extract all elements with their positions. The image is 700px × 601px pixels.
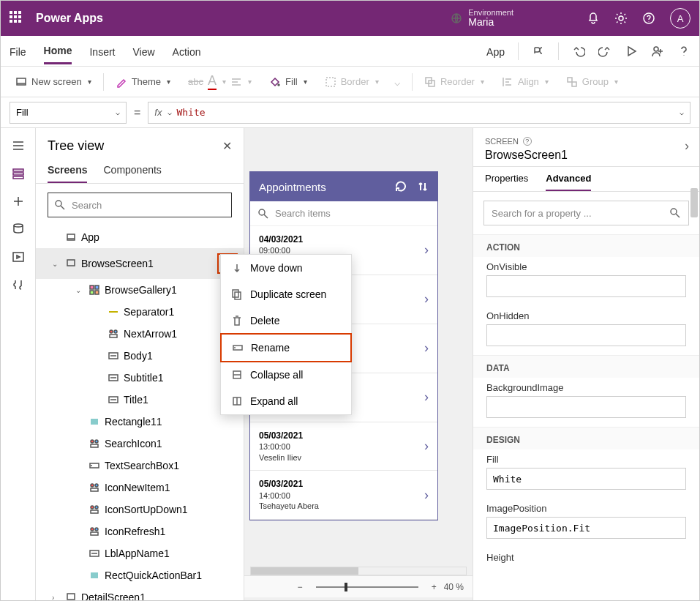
- list-item[interactable]: 05/03/202114:00:00Tsehayetu Abera›: [250, 471, 437, 520]
- cm-icon: [231, 369, 243, 381]
- gear-icon[interactable]: [614, 12, 628, 25]
- svg-rect-6: [326, 78, 335, 86]
- screen-icon: [15, 76, 27, 88]
- tree-node[interactable]: LblAppName1: [36, 542, 244, 564]
- svg-rect-39: [91, 510, 98, 513]
- play-icon[interactable]: [625, 45, 638, 58]
- tree-node[interactable]: TextSearchBox1: [36, 455, 244, 477]
- menu-view[interactable]: View: [132, 39, 154, 64]
- context-menu-item[interactable]: Expand all: [221, 388, 351, 414]
- props-search[interactable]: Search for a property ...: [483, 201, 689, 225]
- context-menu-item[interactable]: Collapse all: [221, 362, 351, 388]
- tree-node-label: BrowseScreen1: [81, 258, 154, 269]
- bell-icon[interactable]: [587, 12, 600, 25]
- environment-picker[interactable]: Environment Maria: [451, 8, 513, 28]
- menu-home[interactable]: Home: [44, 37, 72, 64]
- insert-icon[interactable]: [11, 194, 26, 209]
- hamburger-icon[interactable]: [11, 138, 26, 153]
- context-menu-item[interactable]: Rename: [220, 333, 352, 362]
- context-menu-item[interactable]: Duplicate screen: [221, 281, 351, 307]
- list-item[interactable]: 05/03/202113:00:00Veselin Iliev›: [250, 422, 437, 471]
- svg-rect-11: [13, 169, 23, 171]
- cm-icon: [231, 288, 243, 300]
- props-scrollbar[interactable]: [690, 188, 698, 597]
- zoom-in[interactable]: +: [432, 582, 437, 592]
- gallery-icon: [89, 284, 100, 296]
- sep-icon: [108, 306, 119, 318]
- share-icon[interactable]: [651, 45, 664, 58]
- tree-node[interactable]: ›DetailScreen1: [36, 586, 244, 601]
- zoom-slider[interactable]: [316, 586, 418, 588]
- sort-icon[interactable]: [417, 181, 429, 193]
- input-imgpos[interactable]: ImagePosition.Fit: [486, 517, 686, 539]
- tab-components[interactable]: Components: [103, 160, 161, 183]
- tree-node-label: Separator1: [124, 306, 174, 318]
- formula-input[interactable]: fx⌵ White ⌵: [148, 102, 690, 124]
- zoom-out[interactable]: −: [298, 582, 303, 592]
- input-fill[interactable]: White: [486, 468, 686, 490]
- tree-node[interactable]: Subtitle1: [36, 367, 244, 389]
- tree-search[interactable]: Search: [48, 193, 232, 217]
- tree-node[interactable]: Separator1: [36, 301, 244, 323]
- undo-icon[interactable]: [572, 45, 585, 58]
- svg-rect-17: [67, 234, 75, 240]
- fx-icon: fx: [154, 107, 162, 118]
- tree-node[interactable]: Body1: [36, 345, 244, 367]
- context-menu-item[interactable]: Delete: [221, 307, 351, 334]
- theme-button[interactable]: Theme▾: [110, 76, 176, 88]
- tree-node[interactable]: RectQuickActionBar1: [36, 564, 244, 586]
- media-icon[interactable]: [11, 250, 26, 264]
- tree-node[interactable]: Title1: [36, 389, 244, 411]
- rect-icon: [89, 570, 100, 581]
- tree-title: Tree view: [48, 138, 104, 154]
- fill-button[interactable]: Fill▾: [263, 76, 313, 88]
- tab-advanced[interactable]: Advanced: [546, 173, 591, 191]
- label-fill: Fill: [486, 454, 686, 465]
- tree-view-icon[interactable]: [11, 166, 26, 181]
- svg-point-1: [619, 16, 623, 20]
- svg-rect-25: [110, 335, 117, 337]
- tree-node[interactable]: App: [36, 226, 244, 248]
- tree-node[interactable]: NextArrow1: [36, 323, 244, 345]
- phone-search[interactable]: Search items: [250, 201, 437, 226]
- avatar[interactable]: A: [670, 8, 690, 29]
- app-launcher-icon[interactable]: [10, 11, 24, 26]
- help2-icon[interactable]: [677, 45, 690, 58]
- tools-icon[interactable]: [11, 277, 26, 292]
- reorder-icon: [424, 76, 436, 88]
- redo-icon[interactable]: [598, 45, 611, 58]
- menu-insert[interactable]: Insert: [89, 39, 115, 64]
- data-icon[interactable]: [11, 222, 26, 236]
- new-screen-button[interactable]: New screen▾: [10, 76, 97, 88]
- tree-node[interactable]: SearchIcon1: [36, 433, 244, 455]
- input-onvisible[interactable]: [486, 275, 686, 297]
- info-icon[interactable]: ?: [523, 137, 532, 146]
- tab-screens[interactable]: Screens: [48, 160, 87, 183]
- menu-app[interactable]: App: [486, 39, 505, 64]
- label-bgimage: BackgroundImage: [486, 382, 686, 393]
- property-selector[interactable]: Fill⌵: [10, 102, 127, 124]
- menu-file[interactable]: File: [10, 39, 26, 64]
- tab-properties[interactable]: Properties: [485, 173, 528, 191]
- search-icon: [257, 208, 269, 220]
- tree-node[interactable]: Rectangle11: [36, 411, 244, 433]
- chevron-right-icon[interactable]: ›: [685, 138, 689, 154]
- tree-node[interactable]: IconRefresh1: [36, 520, 244, 542]
- menu-action[interactable]: Action: [173, 39, 201, 64]
- tree-node[interactable]: ⌄BrowseScreen1⋯: [36, 248, 244, 279]
- tree-node[interactable]: IconSortUpDown1: [36, 499, 244, 520]
- refresh-icon[interactable]: [395, 181, 407, 193]
- app-checker-icon[interactable]: [532, 45, 545, 58]
- tree-node-label: DetailScreen1: [81, 591, 146, 601]
- tree-node[interactable]: ⌄BrowseGallery1: [36, 279, 244, 301]
- help-icon[interactable]: [642, 12, 655, 25]
- input-onhidden[interactable]: [486, 324, 686, 346]
- element-kind: SCREEN: [485, 137, 519, 146]
- tree-node-label: NextArrow1: [124, 328, 177, 340]
- close-icon[interactable]: ✕: [222, 139, 232, 153]
- horizontal-scrollbar[interactable]: [250, 567, 467, 575]
- input-bgimage[interactable]: [486, 396, 686, 418]
- tree-node[interactable]: IconNewItem1: [36, 477, 244, 499]
- tree-node-label: TextSearchBox1: [105, 460, 179, 471]
- context-menu-item[interactable]: Move down: [221, 255, 351, 281]
